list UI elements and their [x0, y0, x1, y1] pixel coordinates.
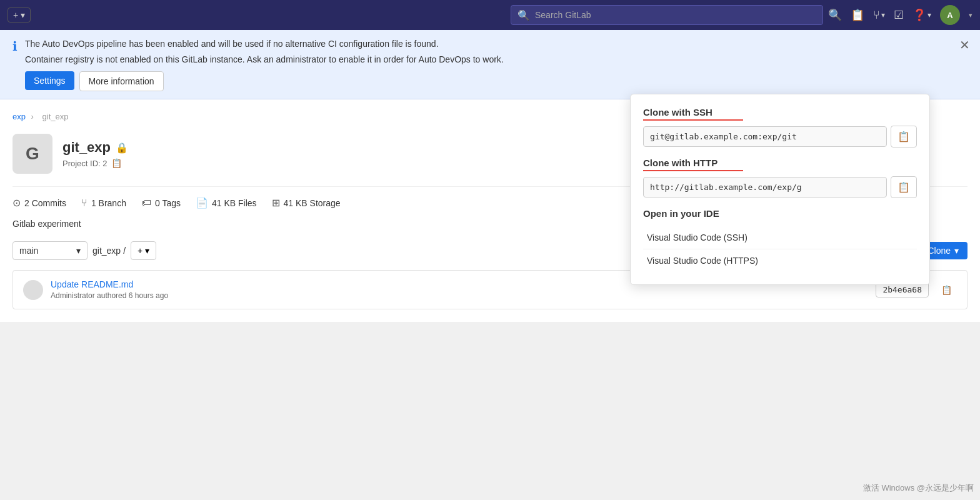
search-icon-nav[interactable]: 🔍: [828, 8, 842, 22]
open-ide-section: Open in your IDE Visual Studio Code (SSH…: [643, 208, 917, 272]
plus-icon: +: [138, 246, 142, 256]
project-info: git_exp 🔒 Project ID: 2 📋: [62, 139, 128, 168]
add-file-button[interactable]: + ▾: [131, 241, 156, 260]
chevron-down-icon: ▾: [145, 246, 149, 256]
project-id: Project ID: 2 📋: [62, 158, 128, 168]
chevron-down-icon: ▾: [954, 246, 959, 256]
tag-icon: 🏷: [141, 198, 151, 209]
navbar-icons: 🔍 📋 ⑂ ▾ ☑ ❓ ▾ A ▾: [828, 5, 972, 25]
clone-ssh-row: 📋: [643, 126, 917, 148]
todo-icon[interactable]: ☑: [894, 8, 904, 22]
banner-line2: Container registry is not enabled on thi…: [25, 53, 968, 66]
clone-ssh-section: Clone with SSH 📋: [643, 107, 917, 148]
branch-name: main: [19, 246, 38, 256]
open-ide-label: Open in your IDE: [643, 208, 917, 219]
storage-stat: ⊞ 41 KB Storage: [272, 197, 341, 209]
chevron-down-icon: ▾: [21, 10, 25, 20]
copy-ssh-button[interactable]: 📋: [891, 126, 917, 148]
project-id-label: Project ID: 2: [62, 159, 108, 168]
settings-button[interactable]: Settings: [25, 71, 74, 90]
branch-icon: ⑂: [81, 198, 88, 209]
copy-commit-hash-icon[interactable]: 📋: [936, 282, 957, 298]
merge-request-icon[interactable]: ⑂ ▾: [873, 9, 885, 22]
clone-ssh-label: Clone with SSH: [643, 107, 917, 121]
vscode-https-item[interactable]: Visual Studio Code (HTTPS): [643, 249, 917, 272]
clone-label: Clone: [928, 246, 951, 256]
help-icon[interactable]: ❓ ▾: [912, 8, 931, 22]
vscode-ssh-item[interactable]: Visual Studio Code (SSH): [643, 226, 917, 249]
search-icon: 🔍: [518, 9, 530, 21]
commit-author: Administrator: [51, 291, 95, 300]
branch-selector[interactable]: main ▾: [12, 241, 88, 260]
more-information-button[interactable]: More information: [79, 71, 164, 91]
clone-http-input[interactable]: [643, 177, 887, 198]
ssh-underline: [643, 119, 743, 121]
path-separator: /: [123, 246, 126, 256]
banner-actions: Settings More information: [25, 71, 968, 91]
clone-http-row: 📋: [643, 176, 917, 198]
project-avatar: G: [12, 134, 52, 174]
commit-author-avatar: [23, 280, 43, 300]
breadcrumb-current: git_exp: [42, 112, 69, 121]
commit-meta: Administrator authored 6 hours ago: [51, 291, 868, 300]
path-breadcrumb: git_exp /: [92, 246, 126, 256]
project-name: git_exp 🔒: [62, 139, 128, 156]
close-banner-button[interactable]: ✕: [959, 38, 970, 52]
storage-icon: ⊞: [272, 197, 280, 209]
clone-http-section: Clone with HTTP 📋: [643, 158, 917, 198]
plus-icon: +: [13, 10, 18, 20]
clone-http-label: Clone with HTTP: [643, 158, 917, 171]
commits-count: 2 Commits: [24, 198, 66, 208]
http-underline: [643, 170, 743, 171]
auto-devops-banner: ℹ The Auto DevOps pipeline has been enab…: [0, 30, 980, 99]
lock-icon: 🔒: [116, 142, 128, 154]
branch-count: 1 Branch: [91, 198, 126, 208]
storage-size: 41 KB Storage: [284, 198, 341, 208]
copy-http-button[interactable]: 📋: [891, 176, 917, 198]
avatar-chevron[interactable]: ▾: [969, 11, 972, 19]
chevron-down-icon: ▾: [76, 246, 81, 256]
tags-stat[interactable]: 🏷 0 Tags: [141, 198, 181, 209]
user-avatar[interactable]: A: [940, 5, 960, 25]
banner-text: The Auto DevOps pipeline has been enable…: [25, 38, 968, 91]
search-bar[interactable]: 🔍: [511, 5, 823, 25]
info-icon: ℹ: [12, 39, 18, 54]
copy-project-id-icon[interactable]: 📋: [111, 158, 122, 168]
breadcrumb-parent[interactable]: exp: [12, 112, 26, 121]
tags-count: 0 Tags: [155, 198, 181, 208]
files-stat: 📄 41 KB Files: [196, 197, 257, 209]
commit-time: authored 6 hours ago: [97, 291, 168, 300]
new-item-button[interactable]: + ▾: [8, 8, 31, 22]
clone-ssh-input[interactable]: [643, 126, 887, 147]
files-size: 41 KB Files: [212, 198, 257, 208]
navbar-left: + ▾: [8, 8, 31, 22]
commits-stat[interactable]: ⊙ 2 Commits: [12, 197, 66, 209]
navbar: + ▾ 🔍 🔍 📋 ⑂ ▾ ☑ ❓ ▾ A ▾: [0, 0, 980, 30]
files-icon: 📄: [196, 197, 208, 209]
clone-dropdown-panel: Clone with SSH 📋 Clone with HTTP 📋 Open …: [630, 94, 930, 285]
clipboard-icon[interactable]: 📋: [851, 8, 864, 22]
repo-path: git_exp: [92, 246, 121, 256]
commits-icon: ⊙: [12, 197, 21, 209]
banner-line1: The Auto DevOps pipeline has been enable…: [25, 38, 968, 51]
branches-stat[interactable]: ⑂ 1 Branch: [81, 198, 126, 209]
search-input[interactable]: [535, 10, 772, 20]
breadcrumb-separator: ›: [31, 112, 34, 121]
